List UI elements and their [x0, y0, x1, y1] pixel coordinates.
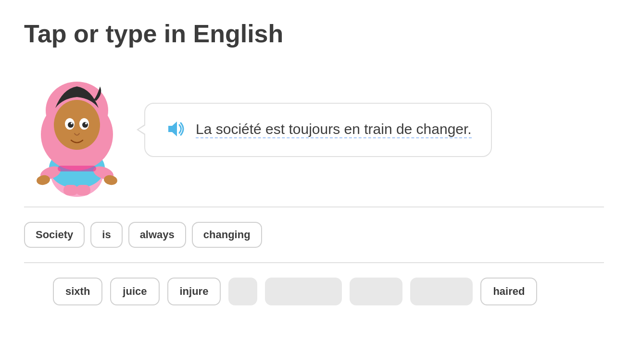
french-sentence: La société est toujours en train de chan…: [196, 121, 472, 138]
svg-point-8: [82, 122, 88, 128]
svg-point-10: [85, 122, 87, 124]
answer-tile[interactable]: Society: [24, 222, 85, 248]
word-bank-tile: [228, 278, 257, 305]
top-divider: [24, 206, 604, 207]
svg-point-9: [71, 122, 73, 124]
word-bank: sixthjuiceinjure haired: [24, 268, 604, 315]
page-container: Tap or type in English: [0, 0, 628, 364]
character-illustration: [24, 62, 130, 197]
speech-bubble[interactable]: La société est toujours en train de chan…: [144, 103, 492, 157]
page-title: Tap or type in English: [24, 19, 604, 48]
word-bank-tile: [350, 278, 402, 305]
answer-tile[interactable]: always: [128, 222, 186, 248]
svg-point-7: [68, 122, 74, 128]
character-speech-area: La société est toujours en train de chan…: [24, 62, 604, 197]
answer-tile[interactable]: is: [90, 222, 122, 248]
svg-rect-16: [76, 185, 90, 195]
word-bank-tile[interactable]: injure: [167, 278, 221, 305]
svg-rect-17: [58, 166, 96, 171]
bottom-divider: [24, 262, 604, 263]
answer-area: Societyisalwayschanging: [24, 212, 604, 257]
word-bank-tile[interactable]: haired: [480, 278, 537, 305]
word-bank-tile: [410, 278, 473, 305]
answer-tile[interactable]: changing: [192, 222, 262, 248]
word-bank-tile[interactable]: juice: [110, 278, 159, 305]
svg-rect-15: [63, 185, 78, 195]
word-bank-tile[interactable]: sixth: [53, 278, 102, 305]
word-bank-tile: [265, 278, 342, 305]
sound-icon[interactable]: [164, 118, 186, 142]
